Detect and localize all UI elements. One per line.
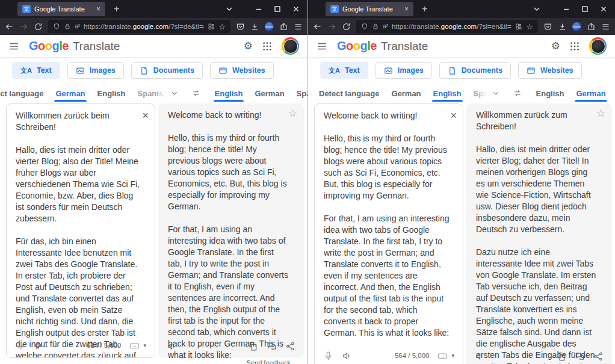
menu-icon[interactable] [294, 22, 303, 31]
target-lang-german[interactable]: German [249, 85, 290, 102]
https-lock-icon[interactable] [372, 23, 379, 30]
downloads-icon[interactable] [558, 22, 567, 31]
forward-icon[interactable] [327, 22, 336, 31]
microphone-icon[interactable] [15, 341, 25, 351]
share-translation-icon[interactable] [285, 341, 295, 351]
close-button[interactable] [286, 0, 305, 18]
settings-gear-icon[interactable]: ⚙ [244, 41, 253, 51]
more-source-languages-chevron-icon[interactable] [487, 85, 505, 102]
tab-list-chevron-icon[interactable] [527, 0, 546, 18]
tab-text[interactable]: 文AText [12, 62, 60, 79]
listen-translation-icon[interactable] [475, 351, 485, 362]
send-to-device-icon[interactable] [279, 22, 288, 31]
address-bar[interactable]: a² https://translate.google.com/?sl=en&t… [356, 20, 538, 33]
keyboard-caret-icon[interactable]: ▾ [143, 342, 146, 348]
virtual-keyboard-icon[interactable] [129, 341, 140, 351]
tab-images[interactable]: Images [375, 62, 432, 79]
settings-gear-icon[interactable]: ⚙ [551, 41, 560, 51]
tab-close-icon[interactable]: × [404, 5, 409, 13]
source-lang-english[interactable]: English [427, 85, 468, 102]
new-tab-button[interactable]: + [422, 4, 427, 14]
new-tab-button[interactable]: + [114, 4, 119, 14]
microphone-icon[interactable] [323, 351, 333, 361]
target-lang-spanish[interactable]: Spanish [291, 85, 308, 102]
rate-translation-icon[interactable] [575, 351, 585, 362]
tracking-shield-icon[interactable] [361, 23, 368, 30]
source-lang-german[interactable]: German [49, 85, 91, 102]
tab-documents[interactable]: Documents [131, 62, 203, 79]
maximize-button[interactable] [575, 0, 594, 18]
back-icon[interactable] [5, 22, 14, 31]
tab-websites[interactable]: Websites [518, 62, 582, 79]
source-textarea[interactable]: Willkommen zurück beim Schreiben! Hallo,… [7, 104, 155, 357]
listen-translation-icon[interactable] [167, 341, 177, 351]
main-menu-icon[interactable] [8, 41, 19, 52]
page-translation-icon[interactable]: a² [383, 23, 388, 29]
pocket-icon[interactable] [236, 22, 245, 31]
back-icon[interactable] [313, 22, 322, 31]
clear-source-text-icon[interactable]: × [142, 110, 149, 121]
bookmark-star-icon[interactable]: ☆ [526, 23, 533, 31]
source-lang-english[interactable]: English [91, 85, 132, 102]
swap-languages-icon[interactable] [513, 85, 522, 102]
browser-tab[interactable]: 文 Google Translate × [17, 2, 105, 16]
target-lang-german[interactable]: German [570, 85, 611, 102]
extensions-icon[interactable] [208, 23, 215, 30]
send-to-device-icon[interactable] [587, 22, 596, 31]
reload-icon[interactable] [34, 22, 43, 31]
more-source-languages-chevron-icon[interactable] [165, 85, 184, 102]
keyboard-caret-icon[interactable]: ▾ [451, 353, 454, 359]
copy-translation-icon[interactable] [248, 341, 258, 351]
source-textarea[interactable]: Welcome back to writing! Hello, this is … [315, 104, 463, 345]
page-translation-icon[interactable]: a² [75, 23, 80, 29]
minimize-button[interactable] [557, 0, 575, 18]
source-lang-spanish[interactable]: Spanish [132, 85, 165, 102]
save-translation-star-icon[interactable]: ☆ [596, 108, 605, 119]
listen-source-icon[interactable] [34, 341, 44, 351]
send-feedback-link[interactable]: Send feedback [247, 359, 291, 364]
rate-translation-icon[interactable] [267, 341, 277, 351]
tab-documents[interactable]: Documents [439, 62, 511, 79]
reload-icon[interactable] [342, 22, 351, 31]
account-avatar[interactable] [589, 37, 607, 55]
listen-source-icon[interactable] [342, 351, 352, 361]
minimize-button[interactable] [249, 0, 268, 18]
google-translate-logo[interactable]: Google Translate [337, 39, 428, 53]
google-apps-grid-icon[interactable] [262, 42, 272, 51]
target-lang-english[interactable]: English [530, 85, 570, 102]
tab-list-chevron-icon[interactable] [220, 0, 238, 18]
save-translation-star-icon[interactable]: ☆ [288, 108, 297, 119]
url-text[interactable]: https://translate.google.com/?sl=en&tl=d… [392, 23, 511, 30]
url-text[interactable]: https://translate.google.com/?sl=de&tl=e… [84, 23, 204, 30]
main-menu-icon[interactable] [317, 41, 327, 52]
close-button[interactable] [594, 0, 613, 18]
extensions-icon[interactable] [515, 23, 522, 30]
share-translation-icon[interactable] [593, 351, 604, 362]
copy-translation-icon[interactable] [556, 351, 566, 362]
maximize-button[interactable] [268, 0, 286, 18]
tab-text[interactable]: 文AText [320, 62, 368, 79]
tab-images[interactable]: Images [67, 62, 124, 79]
browser-extension-icon[interactable] [265, 22, 274, 31]
bookmark-star-icon[interactable]: ☆ [218, 23, 226, 31]
browser-tab[interactable]: 文 Google Translate × [326, 2, 413, 16]
virtual-keyboard-icon[interactable] [437, 351, 448, 361]
target-lang-spanish[interactable]: Spanish [612, 85, 615, 102]
tracking-shield-icon[interactable] [53, 23, 60, 30]
source-lang-detect[interactable]: Detect language [313, 85, 385, 102]
source-lang-detect[interactable]: Detect language [0, 85, 49, 102]
address-bar[interactable]: a² https://translate.google.com/?sl=de&t… [48, 20, 230, 33]
target-lang-english[interactable]: English [209, 85, 249, 102]
browser-extension-icon[interactable] [572, 22, 581, 31]
tab-websites[interactable]: Websites [210, 62, 274, 79]
forward-icon[interactable] [19, 22, 28, 31]
source-lang-german[interactable]: German [385, 85, 427, 102]
clear-source-text-icon[interactable]: × [450, 110, 457, 121]
downloads-icon[interactable] [250, 22, 259, 31]
https-lock-icon[interactable] [64, 23, 71, 30]
pocket-icon[interactable] [543, 22, 552, 31]
swap-languages-icon[interactable] [192, 85, 200, 102]
google-apps-grid-icon[interactable] [570, 42, 579, 51]
tab-close-icon[interactable]: × [96, 5, 100, 13]
source-lang-spanish[interactable]: Spanish [468, 85, 487, 102]
